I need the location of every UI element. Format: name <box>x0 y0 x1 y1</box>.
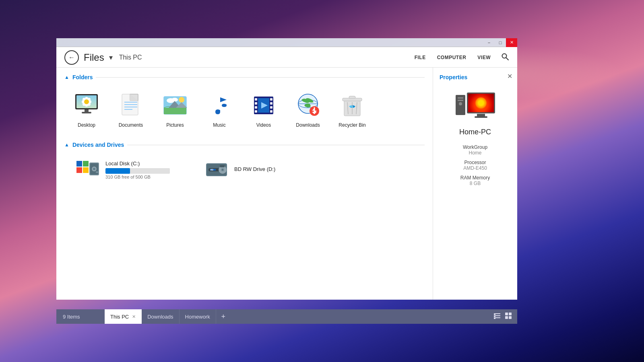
pictures-icon <box>161 91 190 120</box>
pc-screen-flower <box>475 97 487 109</box>
svg-rect-84 <box>509 313 512 315</box>
tab-this-pc[interactable]: This PC ✕ <box>105 309 142 324</box>
menu-computer[interactable]: COMPUTER <box>436 53 467 62</box>
svg-rect-34 <box>255 98 257 101</box>
processor-value: AMD-E450 <box>440 165 511 171</box>
header-right: FILE COMPUTER VIEW <box>414 53 509 63</box>
svg-rect-55 <box>349 96 355 99</box>
pc-screen-bg <box>468 94 494 112</box>
search-button[interactable] <box>501 53 509 63</box>
main-content: ▲ Folders <box>56 68 433 300</box>
device-bd-drive[interactable]: BD BD RW Drive (D:) <box>201 154 314 185</box>
status-items-count: 9 Items <box>56 314 105 320</box>
tab-this-pc-label: This PC <box>110 314 129 320</box>
pc-base <box>475 116 487 118</box>
music-label: Music <box>213 122 225 128</box>
folder-music[interactable]: Music <box>197 87 242 132</box>
processor-label: Processor <box>440 160 511 165</box>
desktop-label: Desktop <box>78 122 95 128</box>
svg-rect-16 <box>82 112 91 113</box>
tab-homework-label: Homework <box>185 314 210 320</box>
folder-pictures[interactable]: Pictures <box>153 87 197 132</box>
folder-videos[interactable]: Videos <box>242 87 286 132</box>
pc-image-container <box>456 93 495 118</box>
svg-rect-37 <box>255 110 257 113</box>
header: ← Files ▾ This PC FILE COMPUTER VIEW <box>56 47 517 68</box>
recycler-icon <box>338 91 367 120</box>
svg-rect-40 <box>270 106 272 109</box>
svg-rect-81 <box>494 315 495 317</box>
header-title: Files <box>84 52 104 63</box>
svg-point-66 <box>93 168 95 170</box>
folder-downloads[interactable]: Downloads <box>286 87 330 132</box>
back-button[interactable]: ← <box>64 50 79 65</box>
tab-homework[interactable]: Homework <box>180 309 216 324</box>
svg-rect-60 <box>83 161 89 167</box>
svg-line-1 <box>506 58 509 60</box>
pc-screen <box>467 93 495 113</box>
close-button[interactable]: ✕ <box>506 38 517 47</box>
folder-desktop[interactable]: Desktop <box>64 87 109 132</box>
tab-add-button[interactable]: + <box>216 309 231 324</box>
pc-tower <box>456 95 465 115</box>
properties-processor-row: Processor AMD-E450 <box>440 160 511 171</box>
properties-panel: Properties ✕ <box>433 68 517 300</box>
videos-label: Videos <box>256 122 271 128</box>
pc-tower-disc <box>459 102 462 105</box>
folders-grid: Desktop <box>64 87 425 132</box>
svg-rect-30 <box>164 108 186 114</box>
local-disk-info: Local Disk (C:) 310 GB free of 500 GB <box>105 160 182 179</box>
bd-drive-info: BD RW Drive (D:) <box>234 166 311 174</box>
folders-section-header: ▲ Folders <box>64 74 425 80</box>
folders-section-line <box>96 77 425 78</box>
tab-this-pc-close[interactable]: ✕ <box>132 314 136 319</box>
devices-section-title: Devices and Drives <box>72 142 124 148</box>
ram-label: RAM Memory <box>440 175 511 181</box>
workgroup-label: WorkGroup <box>440 144 511 150</box>
menu-view[interactable]: VIEW <box>477 53 491 62</box>
header-left: ← Files ▾ This PC <box>64 50 142 65</box>
svg-rect-38 <box>270 98 272 101</box>
svg-rect-76 <box>220 165 225 167</box>
content-wrapper: ▲ Folders <box>56 68 517 300</box>
svg-rect-67 <box>96 171 98 173</box>
bd-drive-name: BD RW Drive (D:) <box>234 166 311 172</box>
properties-pc-name: Home-PC <box>459 128 491 136</box>
tab-downloads[interactable]: Downloads <box>142 309 179 324</box>
pc-tower-slot-1 <box>458 97 463 99</box>
svg-rect-35 <box>255 102 257 105</box>
view-grid-button[interactable] <box>504 312 512 321</box>
documents-icon <box>116 91 145 120</box>
svg-rect-62 <box>83 167 89 173</box>
local-disk-space: 310 GB free of 500 GB <box>105 175 182 179</box>
window-main: ← Files ▾ This PC FILE COMPUTER VIEW <box>56 47 517 300</box>
local-disk-icon <box>76 158 100 182</box>
svg-rect-83 <box>505 313 508 315</box>
properties-ram-row: RAM Memory 8 GB <box>440 175 511 186</box>
downloads-icon <box>293 91 322 120</box>
properties-title: Properties <box>440 74 467 80</box>
menu-file[interactable]: FILE <box>414 53 427 62</box>
svg-rect-61 <box>76 167 82 173</box>
svg-rect-39 <box>270 102 272 105</box>
maximize-button[interactable]: □ <box>495 38 506 47</box>
folder-recycler[interactable]: Recycler Bin <box>330 87 374 132</box>
view-list-button[interactable] <box>493 312 501 321</box>
svg-rect-86 <box>509 316 512 319</box>
local-disk-name: Local Disk (C:) <box>105 160 182 167</box>
workgroup-value: Home <box>440 150 511 156</box>
svg-point-29 <box>179 97 184 103</box>
header-dropdown-arrow[interactable]: ▾ <box>109 53 113 62</box>
svg-rect-36 <box>255 106 257 109</box>
svg-rect-59 <box>76 161 82 167</box>
tab-downloads-label: Downloads <box>147 314 173 320</box>
pictures-label: Pictures <box>166 122 184 128</box>
properties-close-button[interactable]: ✕ <box>507 72 512 80</box>
minimize-button[interactable]: − <box>483 38 495 47</box>
folder-documents[interactable]: Documents <box>109 87 153 132</box>
recycler-label: Recycler Bin <box>339 122 365 128</box>
device-local-disk[interactable]: Local Disk (C:) 310 GB free of 500 GB <box>72 154 185 185</box>
devices-triangle: ▲ <box>64 142 69 148</box>
devices-section-line <box>127 145 425 145</box>
devices-grid: Local Disk (C:) 310 GB free of 500 GB <box>64 154 425 185</box>
